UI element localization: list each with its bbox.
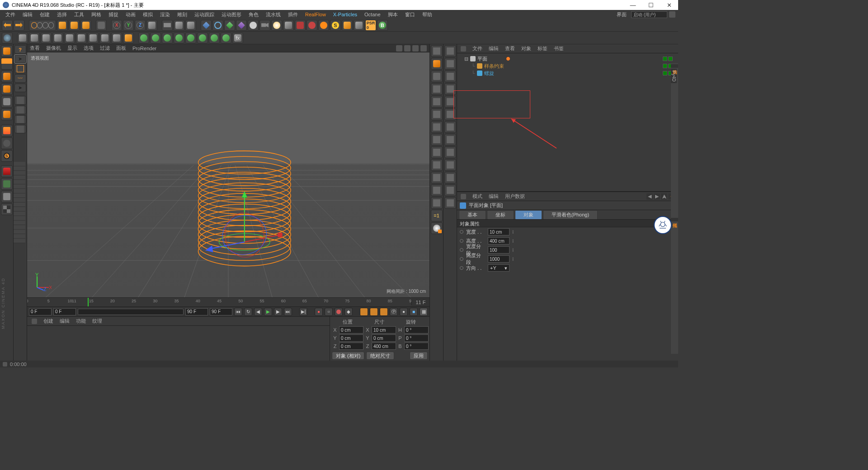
menu-render[interactable]: 渲染 (157, 10, 173, 19)
t2-tracer[interactable] (197, 33, 208, 43)
key-stripe[interactable]: ▦ (420, 308, 428, 316)
t2-1[interactable] (17, 33, 28, 43)
tree-row[interactable]: └ 样条约束 (460, 62, 675, 70)
record-button[interactable]: ● (315, 308, 323, 316)
attr-input[interactable] (488, 228, 509, 235)
t2-cloner[interactable] (138, 33, 149, 43)
key-blue[interactable]: ■ (410, 308, 418, 316)
om-view[interactable]: 查看 (505, 45, 515, 52)
t2-fracture[interactable] (162, 33, 173, 43)
vrt-a4[interactable] (431, 83, 443, 95)
menu-octane[interactable]: Octane (362, 11, 383, 18)
grid-icon[interactable] (14, 106, 26, 114)
om-tags[interactable]: 标签 (538, 45, 547, 52)
redo-button[interactable] (14, 20, 24, 31)
key-a[interactable]: Ⓟ (390, 308, 398, 316)
coord-input[interactable] (372, 326, 396, 334)
vrt-a10[interactable] (431, 159, 443, 171)
vrt-b11[interactable] (444, 172, 456, 183)
vp-display[interactable]: 显示 (67, 45, 77, 52)
t2-5[interactable] (64, 33, 75, 43)
vrt-a15[interactable] (431, 222, 443, 234)
frame-in-input[interactable] (185, 308, 208, 315)
attr-nav-up[interactable]: ⮝ (661, 193, 667, 200)
key-r[interactable] (380, 308, 388, 316)
frame-start-input[interactable] (29, 308, 52, 315)
attr-input[interactable] (488, 246, 509, 254)
attr-tab-mode[interactable]: 模式 (472, 193, 482, 200)
coord-system[interactable] (146, 20, 157, 31)
key-p[interactable] (360, 308, 368, 316)
vrt-b1[interactable] (444, 45, 456, 57)
menu-tracker[interactable]: 运动跟踪 (192, 10, 217, 19)
vrt-a9[interactable] (431, 146, 443, 158)
om-edit[interactable]: 编辑 (489, 45, 499, 52)
dock-tab-2[interactable]: Py4D (671, 69, 677, 83)
render-region[interactable] (174, 20, 184, 31)
next-key[interactable]: ▶| (299, 308, 307, 316)
attr-dropdown[interactable]: +Y▾ (488, 264, 509, 272)
misc-icon-2[interactable] (354, 20, 364, 31)
minimize-button[interactable]: — (624, 0, 642, 10)
vrt-b5[interactable] (444, 96, 456, 108)
add-environment[interactable] (248, 20, 259, 31)
attr-subtab[interactable]: 坐标 (487, 210, 514, 220)
vp-view[interactable]: 查看 (30, 45, 40, 52)
coord-input[interactable] (339, 334, 363, 342)
lock-icon[interactable] (1, 191, 13, 202)
add-spline[interactable] (212, 20, 223, 31)
vrt-a14[interactable]: =1 (431, 210, 443, 221)
psr-reset[interactable]: PSR0 (365, 20, 376, 31)
coord-input[interactable] (404, 326, 429, 334)
menu-mograph[interactable]: 运动图形 (219, 10, 244, 19)
checker-icon[interactable] (1, 203, 13, 215)
vrt-a12[interactable] (431, 184, 443, 196)
menu-sculpt[interactable]: 雕刻 (175, 10, 190, 19)
goto-end[interactable]: ⏭ (284, 308, 292, 316)
mat-tab-func[interactable]: 功能 (76, 318, 86, 324)
t2-7[interactable] (88, 33, 99, 43)
layout-dropdown[interactable]: 启动 (用户) (631, 11, 667, 18)
vrt-b8[interactable] (444, 134, 456, 146)
vp-filter[interactable]: 过滤 (100, 45, 110, 52)
tree-row[interactable]: ⊟ 平面 (460, 55, 675, 62)
coord-input[interactable] (404, 343, 429, 350)
vp-panel[interactable]: 面板 (116, 45, 126, 52)
grid3-icon[interactable] (14, 125, 26, 133)
render-view[interactable] (162, 20, 173, 31)
add-cloth[interactable] (295, 20, 306, 31)
vp-nav-2[interactable] (404, 45, 410, 52)
object-tree[interactable]: ⊟ 平面 └ 样条约束 └ 螺旋 (457, 53, 678, 191)
vp-nav-4[interactable] (420, 45, 427, 52)
vrt-a5[interactable] (431, 96, 443, 108)
grid2-icon[interactable] (14, 115, 26, 124)
vrt-a6[interactable] (431, 108, 443, 120)
right-dock-strip[interactable]: 构造 Py4D 属性 (671, 63, 678, 354)
key-pla[interactable]: ● (400, 308, 408, 316)
vrt-a2[interactable] (431, 58, 443, 70)
vrt-a7[interactable] (431, 121, 443, 133)
mode-point[interactable] (1, 96, 13, 108)
menu-snap[interactable]: 捕捉 (106, 10, 121, 19)
attr-tab-edit[interactable]: 编辑 (489, 193, 499, 200)
add-deformer[interactable] (236, 20, 247, 31)
vp-prorender[interactable]: ProRender (132, 46, 156, 51)
coord-input[interactable] (404, 334, 429, 342)
mat-tab-tex[interactable]: 纹理 (92, 318, 102, 324)
lock-z[interactable]: Z (135, 20, 146, 31)
attr-subtab[interactable]: 基本 (459, 210, 486, 220)
menu-file[interactable]: 文件 (3, 10, 18, 19)
frame-cur-input[interactable] (53, 308, 76, 315)
vrt-b9[interactable] (444, 146, 456, 158)
coord-mode-2[interactable]: 绝对尺寸 (366, 352, 394, 360)
keysel-1[interactable]: ◆ (344, 308, 353, 316)
menu-pipeline[interactable]: 流水线 (263, 10, 283, 19)
mat-tab-create[interactable]: 创建 (43, 318, 53, 324)
menu-edit[interactable]: 编辑 (20, 10, 35, 19)
menu-character[interactable]: 角色 (246, 10, 261, 19)
menu-mesh[interactable]: 网格 (89, 10, 104, 19)
t2-9[interactable] (111, 33, 122, 43)
workplane-icon[interactable] (1, 178, 13, 190)
dock-tab-1[interactable]: 构造 (671, 64, 678, 68)
mode-poly[interactable] (1, 108, 13, 120)
